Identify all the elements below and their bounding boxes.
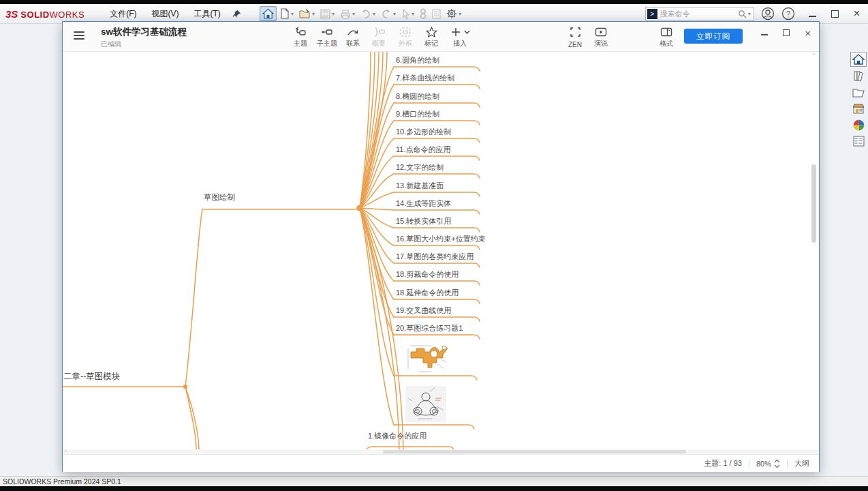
chevron-down-icon[interactable]: ▾	[393, 11, 396, 17]
node-item[interactable]: 7.样条曲线的绘制	[396, 73, 454, 83]
zoom-stepper-icon[interactable]	[774, 459, 780, 468]
open-button[interactable]: ▾	[297, 8, 317, 20]
chevron-down-icon[interactable]: ▾	[373, 11, 375, 17]
node-item[interactable]: 8.椭圆的绘制	[396, 91, 439, 102]
command-search-box[interactable]: > ▾	[645, 7, 754, 20]
mindmap-minimize-button[interactable]	[761, 34, 768, 35]
menu-view[interactable]: 视图(V)	[146, 5, 185, 23]
subscribe-button[interactable]: 立即订阅	[684, 29, 743, 44]
solidworks-statusbar: SOLIDWORKS Premium 2024 SP0.1	[0, 476, 868, 486]
node-item[interactable]: 20.草图综合练习题1	[396, 323, 463, 333]
zoom-control[interactable]: 80%	[756, 459, 780, 468]
app-maximize-button[interactable]	[831, 10, 839, 18]
appearances-scenes-icon[interactable]	[850, 101, 867, 116]
list-button[interactable]	[430, 8, 443, 20]
summary-button[interactable]: 概要	[364, 27, 394, 48]
node-item[interactable]: 19.交叉曲线使用	[396, 306, 451, 316]
topic-button[interactable]: 主题	[285, 27, 315, 48]
format-button[interactable]: 格式	[651, 27, 681, 48]
document-edit-status: 已编辑	[101, 40, 187, 49]
chevron-down-icon[interactable]: ▾	[748, 11, 751, 17]
presentation-button[interactable]: 演说	[586, 27, 616, 48]
pin-icon[interactable]	[231, 8, 243, 20]
chevron-down-icon[interactable]: ▾	[291, 11, 294, 17]
redo-button[interactable]: ▾	[379, 8, 398, 20]
play-icon	[595, 27, 607, 38]
node-item[interactable]: 12.文字的绘制	[396, 162, 444, 173]
logo-word-bold: SOLID	[20, 10, 49, 20]
mindmap-close-button[interactable]: ×	[805, 28, 811, 38]
zen-icon	[570, 27, 581, 38]
color-sphere-icon[interactable]	[850, 117, 867, 132]
horizontal-scrollbar-thumb[interactable]	[383, 450, 686, 453]
node-item[interactable]: 17.草图的各类约束应用	[396, 252, 474, 262]
solidworks-status-text: SOLIDWORKS Premium 2024 SP0.1	[3, 477, 121, 486]
format-panel-icon	[660, 27, 672, 38]
mindmap-canvas[interactable]: 二章--草图模块 草图绘制 6.圆角的绘制 7.样条曲线的绘制 8.椭圆的绘制 …	[63, 52, 819, 449]
insert-button[interactable]: 插入	[443, 27, 477, 48]
marker-button[interactable]: 标记	[416, 27, 446, 48]
svg-text:?: ?	[786, 10, 790, 18]
node-item[interactable]: 9.槽口的绘制	[396, 109, 439, 119]
menu-tools[interactable]: 工具(T)	[188, 5, 227, 23]
zoom-level: 80%	[756, 460, 771, 468]
node-mirror-item[interactable]: 1.镜像命令的应用	[368, 431, 427, 441]
chevron-down-icon[interactable]: ▾	[332, 11, 335, 17]
attachment-button[interactable]	[418, 7, 429, 20]
design-library-icon[interactable]	[850, 68, 867, 83]
new-document-button[interactable]: ▾	[278, 7, 296, 20]
outline-toggle[interactable]: 大纲	[794, 458, 809, 468]
chevron-down-icon[interactable]: ▾	[412, 11, 414, 17]
account-icon[interactable]	[761, 7, 775, 20]
mindmap-window-controls: ×	[761, 25, 811, 41]
help-icon[interactable]: ?	[781, 7, 795, 20]
chevron-down-icon[interactable]: ▾	[352, 11, 355, 17]
undo-button[interactable]: ▾	[358, 8, 377, 20]
node-chapter[interactable]: 二章--草图模块	[63, 371, 120, 383]
boundary-icon	[399, 27, 412, 38]
home-tab-icon[interactable]	[850, 52, 867, 67]
mindmap-window: sw软件学习基础流程 已编辑 主题 子主题 联系 概要 外框	[62, 21, 820, 472]
node-item[interactable]: 18.剪裁命令的使用	[396, 269, 459, 280]
app-minimize-button[interactable]	[809, 16, 816, 17]
node-item[interactable]: 6.圆角的绘制	[396, 55, 439, 65]
cad-image-node-1[interactable]	[405, 342, 450, 377]
node-item[interactable]: 10.多边形的绘制	[396, 127, 451, 137]
solidworks-logo-mark: 3S	[5, 8, 18, 20]
scroll-up-arrow[interactable]: ⌃	[811, 53, 816, 59]
mindmap-maximize-button[interactable]	[783, 29, 790, 36]
node-item[interactable]: 13.新建基准面	[396, 181, 444, 191]
vertical-scrollbar-thumb[interactable]	[811, 164, 816, 243]
select-button[interactable]: ▾	[399, 8, 416, 20]
hamburger-menu-icon[interactable]	[74, 31, 84, 42]
bottom-black-bar	[0, 486, 868, 491]
quick-toolbar: ▾ ▾ ▾ ▾ ▾ ▾ ▾	[260, 6, 463, 21]
mindmap-statusbar: 主题: 1 / 93 80% 大纲	[63, 454, 819, 472]
insert-plus-icon	[450, 27, 470, 38]
file-explorer-icon[interactable]	[850, 85, 867, 100]
titlebar-right-cluster: > ▾ ? ×	[645, 7, 863, 20]
search-icon[interactable]	[738, 10, 747, 18]
node-branch[interactable]: 草图绘制	[204, 192, 235, 203]
document-title-block: sw软件学习基础流程 已编辑	[101, 26, 187, 49]
node-item[interactable]: 11.点命令的应用	[396, 145, 450, 155]
print-button[interactable]: ▾	[338, 8, 357, 20]
search-input[interactable]	[660, 10, 738, 18]
chevron-down-icon[interactable]: ▾	[312, 11, 315, 17]
cad-image-node-2[interactable]	[405, 386, 446, 425]
scroll-left-arrow[interactable]: ‹	[65, 447, 67, 454]
save-button[interactable]: ▾	[318, 8, 337, 20]
star-icon	[426, 27, 437, 38]
topic-counter: 主题: 1 / 93	[704, 458, 742, 468]
node-item[interactable]: 16.草图大小约束+位置约束	[396, 234, 486, 244]
node-item[interactable]: 14.生成等距实体	[396, 198, 451, 209]
chevron-down-icon[interactable]: ▾	[459, 11, 461, 17]
settings-gear-button[interactable]: ▾	[444, 7, 463, 20]
topic-icon	[294, 27, 307, 38]
app-close-button[interactable]: ×	[854, 8, 860, 19]
node-item[interactable]: 15.转换实体引用	[396, 216, 451, 226]
custom-properties-icon[interactable]	[850, 134, 867, 149]
home-button[interactable]	[260, 6, 277, 21]
node-item[interactable]: 18.延伸命令的使用	[396, 288, 459, 298]
menu-file[interactable]: 文件(F)	[104, 5, 142, 23]
